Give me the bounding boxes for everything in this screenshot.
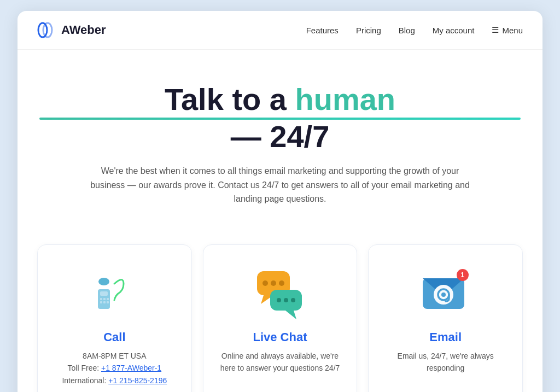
email-description: Email us, 24/7, we're always responding — [382, 350, 509, 375]
nav-features[interactable]: Features — [306, 26, 339, 35]
svg-point-15 — [279, 280, 284, 286]
main-window: AWeber Features Pricing Blog My account … — [18, 11, 542, 392]
email-title: Email — [382, 330, 509, 344]
hero-heading-suffix: — 24/7 — [231, 119, 330, 154]
logo-text: AWeber — [61, 23, 106, 37]
svg-rect-3 — [100, 291, 108, 296]
hero-heading: Talk to a human — 24/7 — [39, 83, 521, 153]
svg-point-10 — [98, 278, 109, 285]
livechat-card: Live Chat Online and always available, w… — [203, 244, 358, 392]
nav-my-account[interactable]: My account — [433, 26, 475, 35]
livechat-title: Live Chat — [217, 330, 344, 344]
svg-rect-7 — [100, 301, 102, 303]
navbar: AWeber Features Pricing Blog My account … — [18, 11, 542, 50]
nav-links: Features Pricing Blog My account ☰ Menu — [306, 25, 523, 35]
menu-label: Menu — [502, 26, 523, 35]
livechat-description: Online and always available, we're here … — [217, 350, 344, 375]
svg-point-24 — [441, 292, 446, 297]
livechat-icon — [253, 265, 307, 319]
svg-point-14 — [271, 280, 276, 286]
svg-rect-4 — [100, 298, 102, 300]
email-icon: 1 — [418, 265, 473, 319]
nav-blog[interactable]: Blog — [399, 26, 415, 35]
svg-point-20 — [291, 298, 295, 302]
hero-section: Talk to a human — 24/7 We're the best wh… — [18, 50, 542, 228]
email-badge: 1 — [457, 269, 469, 281]
menu-button[interactable]: ☰ Menu — [492, 25, 523, 35]
svg-point-19 — [284, 298, 288, 302]
call-intl: International: +1 215-825-2196 — [51, 375, 178, 387]
call-icon — [87, 265, 142, 319]
logo[interactable]: AWeber — [37, 22, 106, 38]
svg-point-18 — [277, 298, 281, 302]
call-title: Call — [51, 330, 178, 344]
email-card: 1 Email Email us, 24/7, we're always res… — [368, 244, 523, 392]
svg-rect-6 — [107, 298, 109, 300]
hamburger-icon: ☰ — [492, 25, 499, 35]
nav-pricing[interactable]: Pricing — [356, 26, 381, 35]
call-card: Call 8AM-8PM ET USA Toll Free: +1 877-AW… — [37, 244, 192, 392]
call-hours: 8AM-8PM ET USA — [51, 350, 178, 362]
contact-cards: Call 8AM-8PM ET USA Toll Free: +1 877-AW… — [18, 228, 542, 392]
logo-icon — [37, 22, 58, 38]
svg-rect-9 — [107, 301, 109, 303]
intl-link[interactable]: +1 215-825-2196 — [108, 376, 167, 385]
hero-description: We're the best when it comes to all thin… — [89, 164, 471, 206]
tollfree-link[interactable]: +1 877-AWeber-1 — [101, 364, 161, 372]
svg-rect-8 — [103, 301, 106, 303]
svg-marker-17 — [285, 311, 296, 319]
svg-point-13 — [262, 280, 268, 286]
svg-rect-5 — [103, 298, 106, 300]
call-tollfree: Toll Free: +1 877-AWeber-1 — [51, 362, 178, 374]
hero-heading-plain: Talk to a — [165, 82, 295, 116]
